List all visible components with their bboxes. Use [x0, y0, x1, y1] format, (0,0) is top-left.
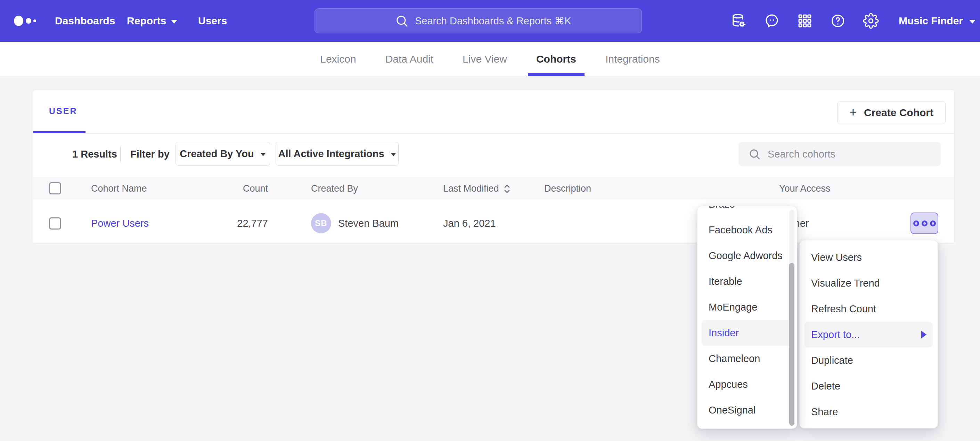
search-icon: [748, 148, 761, 160]
dot-icon: [922, 220, 928, 227]
divider: [120, 146, 121, 162]
cohort-search[interactable]: [738, 142, 941, 166]
menu-item-share[interactable]: Share: [805, 399, 933, 425]
data-governance-icon[interactable]: [730, 13, 746, 29]
cohorts-card: USER + Create Cohort 1 Results Filter by…: [33, 90, 954, 243]
nav-dashboards-label: Dashboards: [55, 15, 115, 27]
menu-item-delete[interactable]: Delete: [805, 373, 933, 399]
menu-item-visualize-trend[interactable]: Visualize Trend: [805, 270, 933, 296]
global-search[interactable]: [315, 8, 642, 34]
created-by-filter-dropdown[interactable]: Created By You: [175, 142, 270, 166]
table-header: Cohort Name Count Created By Last Modifi…: [33, 177, 954, 199]
integrations-filter-dropdown[interactable]: All Active Integrations: [275, 142, 399, 166]
settings-icon[interactable]: [863, 13, 879, 29]
plus-icon: +: [850, 105, 857, 118]
tab-data-audit[interactable]: Data Audit: [371, 42, 448, 76]
submenu-item-insider[interactable]: Insider: [702, 320, 793, 346]
menu-item-export-to[interactable]: Export to...: [805, 322, 933, 347]
chevron-down-icon: [260, 153, 266, 156]
last-modified-value: Jan 6, 2021: [443, 218, 496, 229]
avatar: SB: [311, 213, 331, 233]
help-icon[interactable]: [830, 13, 846, 29]
column-created-by[interactable]: Created By: [311, 183, 358, 194]
mixpanel-logo-icon[interactable]: [14, 14, 45, 28]
submenu-item-google-adwords[interactable]: Google Adwords: [702, 243, 793, 268]
column-your-access[interactable]: Your Access: [779, 183, 830, 194]
nav-dashboards[interactable]: Dashboards: [55, 0, 115, 42]
top-nav: Dashboards Reports Users Music Fi: [0, 0, 980, 42]
apps-grid-icon[interactable]: [797, 13, 813, 29]
project-switcher[interactable]: Music Finder: [899, 0, 975, 42]
submenu-item-facebook-ads[interactable]: Facebook Ads: [702, 217, 793, 243]
submenu-item-braze[interactable]: Braze: [702, 206, 793, 217]
chevron-down-icon: [391, 153, 396, 156]
column-cohort-name[interactable]: Cohort Name: [91, 183, 147, 194]
chevron-down-icon: [969, 20, 975, 24]
global-search-input[interactable]: [415, 15, 630, 27]
filter-by-label: Filter by: [130, 148, 170, 160]
column-description[interactable]: Description: [544, 183, 591, 194]
menu-item-refresh-count[interactable]: Refresh Count: [805, 296, 933, 322]
submenu-item-iterable[interactable]: Iterable: [702, 268, 793, 294]
nav-reports[interactable]: Reports: [127, 0, 177, 42]
nav-users-label: Users: [198, 15, 227, 27]
submenu-item-onesignal[interactable]: OneSignal: [702, 397, 793, 423]
submenu-item-chameleon[interactable]: Chameleon: [702, 346, 793, 371]
create-cohort-button[interactable]: + Create Cohort: [837, 101, 946, 124]
divider: [33, 133, 954, 134]
cohort-name-link[interactable]: Power Users: [91, 218, 149, 229]
column-last-modified[interactable]: Last Modified: [443, 183, 511, 194]
nav-users[interactable]: Users: [198, 0, 227, 42]
feedback-icon[interactable]: [764, 13, 780, 29]
row-actions-button[interactable]: [910, 213, 938, 234]
menu-item-duplicate[interactable]: Duplicate: [805, 347, 933, 373]
project-name: Music Finder: [899, 15, 963, 27]
cohort-search-input[interactable]: [768, 149, 928, 160]
select-all-checkbox[interactable]: [49, 182, 61, 195]
submenu-arrow-icon: [921, 331, 926, 339]
created-by-value: Steven Baum: [338, 218, 399, 229]
submenu-scrollbar-thumb[interactable]: [789, 263, 794, 426]
tab-cohorts[interactable]: Cohorts: [522, 42, 591, 76]
submenu-item-moengage[interactable]: MoEngage: [702, 294, 793, 320]
column-count[interactable]: Count: [209, 183, 268, 194]
tab-lexicon[interactable]: Lexicon: [305, 42, 371, 76]
results-count: 1 Results: [72, 148, 117, 160]
cohort-type-tab-user[interactable]: USER: [49, 106, 77, 116]
tab-integrations[interactable]: Integrations: [591, 42, 675, 76]
chevron-down-icon: [171, 20, 177, 24]
table-row[interactable]: Power Users 22,777 SB Steven Baum Jan 6,…: [33, 199, 954, 243]
dot-icon: [930, 220, 936, 227]
dot-icon: [913, 220, 919, 227]
row-checkbox[interactable]: [49, 217, 61, 230]
sort-icon: [503, 184, 511, 194]
create-cohort-label: Create Cohort: [864, 107, 934, 118]
search-icon: [395, 14, 409, 28]
export-submenu-list: Braze Facebook Ads Google Adwords Iterab…: [697, 206, 797, 423]
app-screen: Dashboards Reports Users Music Fi: [0, 0, 980, 441]
nav-reports-label: Reports: [127, 15, 166, 27]
menu-item-view-users[interactable]: View Users: [805, 244, 933, 270]
submenu-item-appcues[interactable]: Appcues: [702, 371, 793, 397]
cohort-count: 22,777: [209, 218, 268, 229]
row-actions-menu: View Users Visualize Trend Refresh Count…: [799, 240, 938, 428]
sub-nav: Lexicon Data Audit Live View Cohorts Int…: [0, 42, 980, 77]
export-submenu: Braze Facebook Ads Google Adwords Iterab…: [697, 206, 797, 429]
tab-live-view[interactable]: Live View: [448, 42, 522, 76]
